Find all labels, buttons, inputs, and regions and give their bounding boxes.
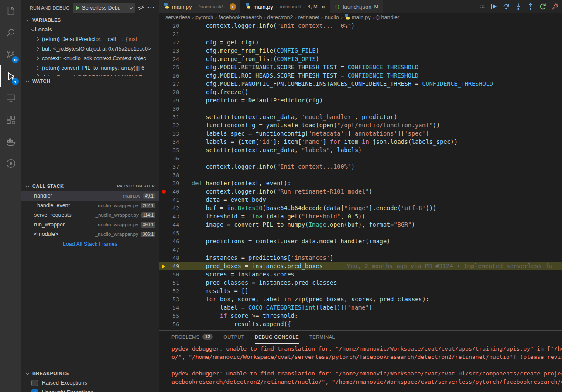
- code-line-47[interactable]: 47: [159, 245, 562, 254]
- code-text[interactable]: cfg.MODEL.RETINANET.SCORE_THRESH_TEST = …: [179, 63, 562, 72]
- checkbox-raised-exceptions[interactable]: [31, 380, 38, 386]
- breakpoint-gutter[interactable]: [159, 88, 168, 96]
- breakpoint-gutter[interactable]: [159, 163, 168, 171]
- code-line-34[interactable]: 34 labels = {item['id']: item['name'] fo…: [159, 138, 562, 146]
- stack-frame[interactable]: <module>_nuclio_wrapper.py366:1: [21, 229, 159, 239]
- restart-button[interactable]: [539, 3, 546, 10]
- checkbox-uncaught-exceptions[interactable]: ✓: [31, 389, 38, 392]
- code-line-22[interactable]: 22 cfg = get_cfg(): [159, 38, 562, 47]
- close-icon[interactable]: ×: [322, 3, 326, 10]
- breakpoint-gutter[interactable]: [159, 179, 168, 187]
- breakpoint-gutter[interactable]: [159, 254, 168, 262]
- code-line-32[interactable]: 32 functionconfig = yaml.safe_load(open(…: [159, 121, 562, 130]
- breakpoint-gutter[interactable]: [159, 38, 168, 47]
- continue-button[interactable]: [490, 3, 497, 10]
- code-text[interactable]: pred_classes = instances.pred_classes: [179, 279, 562, 287]
- code-text[interactable]: [179, 245, 562, 254]
- code-text[interactable]: results.append({: [179, 320, 562, 328]
- activity-item-docker[interactable]: [0, 131, 21, 153]
- code-line-41[interactable]: 41 data = event.body: [159, 196, 562, 204]
- code-text[interactable]: predictor = DefaultPredictor(cfg): [179, 96, 562, 105]
- breakpoint-gutter[interactable]: [159, 22, 168, 30]
- debug-config-select[interactable]: Serverless Debu: [73, 3, 135, 13]
- breadcrumb-item-main-py[interactable]: main.py: [344, 14, 371, 21]
- code-text[interactable]: cfg.freeze(): [179, 88, 562, 96]
- code-line-42[interactable]: 42 buf = io.BytesIO(base64.b64decode(dat…: [159, 204, 562, 212]
- breakpoint-gutter[interactable]: [159, 287, 168, 295]
- breadcrumb-item-retinanet[interactable]: retinanet: [298, 14, 319, 20]
- code-text[interactable]: [179, 154, 562, 163]
- code-line-44[interactable]: 44 image = convert_PIL_to_numpy(Image.op…: [159, 221, 562, 229]
- code-line-20[interactable]: 20 context.logger.info("Init context... …: [159, 22, 562, 30]
- breakpoint-gutter[interactable]: [159, 295, 168, 303]
- breadcrumb-item-facebookresearch[interactable]: facebookresearch: [219, 14, 262, 20]
- code-line-55[interactable]: 55 if score >= threshold:: [159, 312, 562, 320]
- code-line-30[interactable]: 30: [159, 105, 562, 113]
- breakpoint-gutter[interactable]: [159, 237, 168, 245]
- activity-item-run-debug[interactable]: 1: [0, 65, 21, 87]
- code-text[interactable]: context.logger.info("Init context...100%…: [179, 163, 562, 171]
- activity-item-remote[interactable]: [0, 87, 21, 109]
- breakpoint-gutter[interactable]: [159, 221, 168, 229]
- code-line-38[interactable]: 38: [159, 171, 562, 179]
- code-text[interactable]: setattr(context.user_data, "labels", lab…: [179, 146, 562, 154]
- variable-row[interactable]: (return) DefaultPredictor.__call__:{'ins…: [21, 34, 159, 44]
- code-line-31[interactable]: 31 setattr(context.user_data, 'model_han…: [159, 113, 562, 121]
- breakpoints-section-header[interactable]: BREAKPOINTS: [21, 368, 159, 378]
- code-line-39[interactable]: 39def handler(context, event):: [159, 179, 562, 187]
- code-line-54[interactable]: 54 label = COCO_CATEGORIES[int(label)]["…: [159, 303, 562, 312]
- code-line-28[interactable]: 28 cfg.freeze(): [159, 88, 562, 96]
- breakpoint-gutter[interactable]: [159, 55, 168, 63]
- code-line-33[interactable]: 33 labels_spec = functionconfig['metadat…: [159, 130, 562, 138]
- breadcrumb-item-pytorch[interactable]: pytorch: [195, 14, 213, 20]
- breakpoint-gutter[interactable]: [159, 196, 168, 204]
- breakpoint-gutter[interactable]: [159, 171, 168, 179]
- code-line-29[interactable]: 29 predictor = DefaultPredictor(cfg): [159, 96, 562, 105]
- code-text[interactable]: cfg.MODEL.ROI_HEADS.SCORE_THRESH_TEST = …: [179, 72, 562, 80]
- code-line-37[interactable]: 37 context.logger.info("Init context...1…: [159, 163, 562, 171]
- watch-section-header[interactable]: WATCH: [21, 76, 159, 86]
- stack-frame[interactable]: handlermain.py49:1: [21, 191, 159, 201]
- breakpoint-gutter[interactable]: [159, 30, 168, 38]
- stack-frame[interactable]: run_wrapper_nuclio_wrapper.py360:1: [21, 220, 159, 229]
- code-line-46[interactable]: 46 predictions = context.user_data.model…: [159, 237, 562, 245]
- code-line-25[interactable]: 25 cfg.MODEL.RETINANET.SCORE_THRESH_TEST…: [159, 63, 562, 72]
- step-into-button[interactable]: [515, 3, 522, 10]
- code-line-56[interactable]: 56 results.append({: [159, 320, 562, 328]
- disconnect-button[interactable]: [552, 3, 559, 10]
- code-text[interactable]: data = event.body: [179, 196, 562, 204]
- panel-tab-debug-console[interactable]: DEBUG CONSOLE: [255, 331, 299, 344]
- code-text[interactable]: label = COCO_CATEGORIES[int(label)]["nam…: [179, 303, 562, 312]
- gear-icon[interactable]: [138, 4, 144, 11]
- code-line-36[interactable]: 36: [159, 154, 562, 163]
- code-line-27[interactable]: 27 cfg.MODEL.PANOPTIC_FPN.COMBINE.INSTAN…: [159, 80, 562, 88]
- breadcrumb-item-detectron2[interactable]: detectron2: [267, 14, 293, 20]
- panel-tab-terminal[interactable]: TERMINAL: [309, 331, 335, 344]
- code-text[interactable]: threshold = float(data.get("threshold", …: [179, 212, 562, 221]
- variable-row[interactable]: data:{'image': 'iVBOR0KG0AAAANSUhE: [21, 73, 159, 76]
- breakpoint-gutter[interactable]: [159, 204, 168, 212]
- code-line-35[interactable]: 35 setattr(context.user_data, "labels", …: [159, 146, 562, 154]
- activity-item-source-control[interactable]: 8: [0, 44, 21, 65]
- breakpoint-gutter[interactable]: [159, 130, 168, 138]
- code-text[interactable]: def handler(context, event):: [179, 179, 562, 187]
- load-all-stack-frames-link[interactable]: Load All Stack Frames: [21, 239, 159, 249]
- breakpoint-gutter[interactable]: [159, 63, 168, 72]
- breakpoint-gutter[interactable]: [159, 320, 168, 328]
- breakpoint-gutter[interactable]: [159, 138, 168, 146]
- start-debugging-icon[interactable]: [76, 6, 79, 10]
- code-text[interactable]: context.logger.info("Run retinanet-R101 …: [179, 187, 562, 196]
- code-text[interactable]: buf = io.BytesIO(base64.b64decode(data["…: [179, 204, 562, 212]
- code-line-24[interactable]: 24 cfg.merge_from_list(CONFIG_OPTS): [159, 55, 562, 63]
- code-text[interactable]: image = convert_PIL_to_numpy(Image.open(…: [179, 221, 562, 229]
- variable-row[interactable]: context:<nuclio_sdk.context.Context obje…: [21, 54, 159, 63]
- code-line-48[interactable]: 48 instances = predictions['instances']: [159, 254, 562, 262]
- breakpoint-gutter[interactable]: [159, 96, 168, 105]
- code-line-43[interactable]: 43 threshold = float(data.get("threshold…: [159, 212, 562, 221]
- panel-tab-output[interactable]: OUTPUT: [223, 331, 244, 344]
- code-text[interactable]: cfg.MODEL.PANOPTIC_FPN.COMBINE.INSTANCES…: [179, 80, 562, 88]
- breakpoint-gutter[interactable]: [159, 105, 168, 113]
- code-text[interactable]: predictions = context.user_data.model_ha…: [179, 237, 562, 245]
- breakpoint-gutter[interactable]: [159, 312, 168, 320]
- breakpoint-gutter[interactable]: [159, 245, 168, 254]
